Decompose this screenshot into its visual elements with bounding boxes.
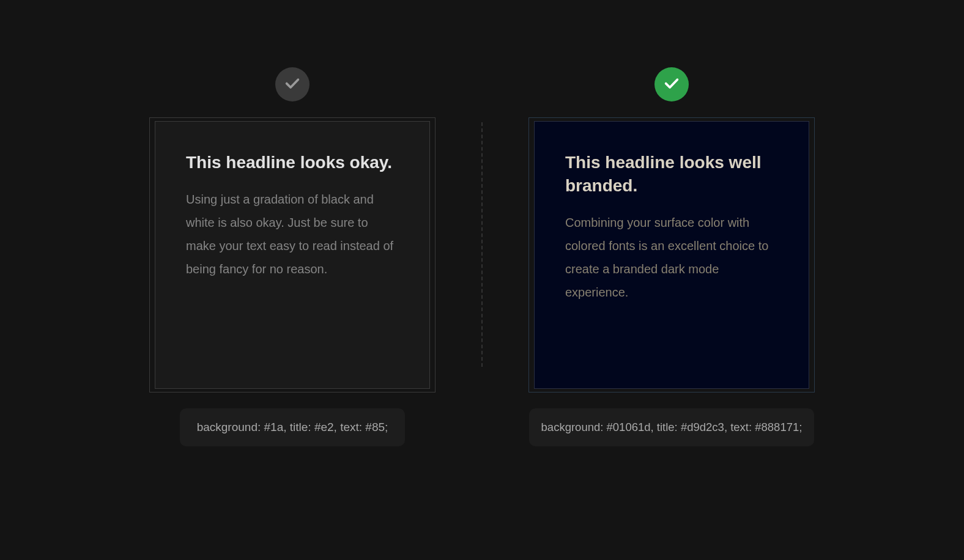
example-card-branded: This headline looks well branded. Combin…: [534, 121, 809, 389]
check-icon: [663, 75, 680, 94]
card-headline: This headline looks well branded.: [565, 151, 778, 197]
card-body-text: Using just a gradation of black and whit…: [186, 188, 399, 281]
right-example-column: This headline looks well branded. Combin…: [482, 67, 861, 446]
status-badge-okay: [275, 67, 310, 101]
comparison-container: This headline looks okay. Using just a g…: [103, 67, 861, 446]
left-example-column: This headline looks okay. Using just a g…: [103, 67, 482, 446]
check-icon: [284, 75, 301, 94]
card-headline: This headline looks okay.: [186, 151, 399, 174]
status-badge-good: [654, 67, 689, 101]
example-card-neutral: This headline looks okay. Using just a g…: [155, 121, 430, 389]
left-card-wrapper: This headline looks okay. Using just a g…: [155, 121, 430, 389]
color-values-caption: background: #01061d, title: #d9d2c3, tex…: [529, 408, 815, 446]
right-card-wrapper: This headline looks well branded. Combin…: [534, 121, 809, 389]
vertical-divider: [481, 122, 483, 367]
color-values-caption: background: #1a, title: #e2, text: #85;: [180, 408, 406, 446]
card-body-text: Combining your surface color with colore…: [565, 211, 778, 304]
